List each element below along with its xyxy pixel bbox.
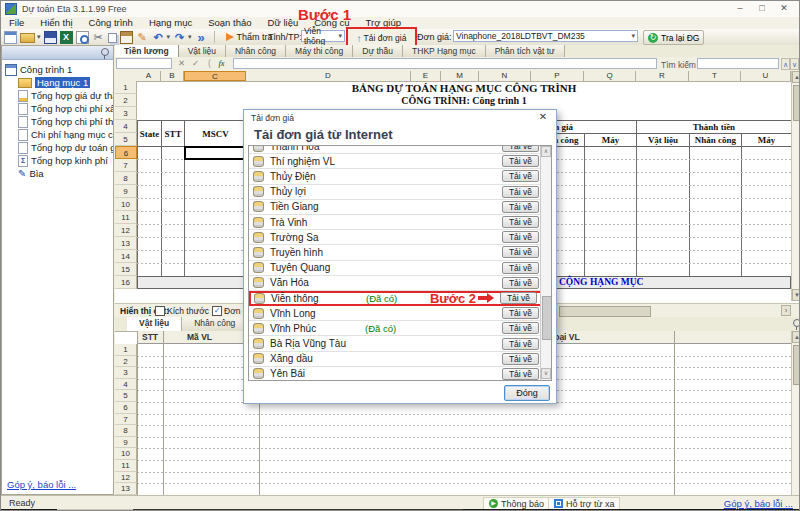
material-row-header-7[interactable]: 7 — [115, 414, 137, 426]
format-brush-icon[interactable]: ✎ — [136, 31, 149, 44]
selected-cell[interactable] — [184, 146, 246, 160]
download-button[interactable]: Tải về — [502, 338, 539, 350]
province-row[interactable]: Trà VinhTải về — [249, 215, 542, 230]
open-folder-icon[interactable] — [20, 33, 35, 43]
province-row[interactable]: Truyền hìnhTải về — [249, 245, 542, 260]
province-row[interactable]: Xăng dầuTải về — [249, 352, 542, 367]
checkbox-don-gia[interactable]: ✓ — [212, 306, 222, 316]
download-button[interactable]: Tải về — [502, 307, 539, 319]
province-row[interactable]: Thủy ĐiệnTải về — [249, 169, 542, 184]
column-header-E[interactable]: E — [411, 71, 441, 81]
row-header-4[interactable]: 4 — [115, 120, 137, 133]
scroll-thumb[interactable] — [542, 296, 552, 340]
row-header-9[interactable]: 9 — [115, 185, 137, 198]
download-button[interactable]: Tải về — [502, 322, 539, 334]
scroll-up-icon[interactable]: ∧ — [541, 146, 551, 157]
material-row-header-11[interactable]: 11 — [115, 460, 137, 472]
scroll-thumb[interactable] — [793, 345, 800, 385]
material-tab-1[interactable]: Nhân công — [182, 317, 248, 331]
row-header-11[interactable]: 11 — [115, 211, 137, 224]
row-header-2[interactable]: 2 — [115, 94, 137, 107]
tree-item[interactable]: ✎Bìa — [2, 167, 113, 180]
material-row-header-5[interactable]: 5 — [115, 390, 137, 402]
copy-icon[interactable] — [108, 33, 117, 43]
material-row-header-4[interactable]: 4 — [115, 379, 137, 391]
material-row-header-9[interactable]: 9 — [115, 437, 137, 449]
province-row[interactable]: Trường SaTải về — [249, 230, 542, 245]
province-row[interactable]: Vĩnh LongTải về — [249, 306, 542, 321]
column-header-T[interactable]: T — [689, 71, 741, 81]
search-next-icon[interactable]: ∨ — [790, 58, 799, 70]
material-row-header-8[interactable]: 8 — [115, 425, 137, 437]
material-row-header-6[interactable]: 6 — [115, 402, 137, 414]
tree-item[interactable]: Tổng hợp dự toán gói thầu — [2, 141, 113, 154]
download-button[interactable]: Tải về — [502, 201, 539, 213]
print-preview-icon[interactable] — [76, 31, 89, 44]
scroll-thumb[interactable] — [793, 85, 800, 121]
sheet-tab-5[interactable]: THKP Hạng mục — [403, 45, 486, 57]
open-dropdown-icon[interactable]: ▾ — [37, 33, 41, 41]
province-row[interactable]: Tuyên QuangTải về — [249, 261, 542, 276]
material-row-header-2[interactable]: 2 — [115, 356, 137, 368]
material-row-header-12[interactable]: 12 — [115, 472, 137, 484]
download-button[interactable]: Tải về — [502, 146, 539, 152]
column-header-Q[interactable]: Q — [584, 71, 636, 81]
province-row[interactable]: Văn HóaTải về — [249, 276, 542, 291]
row-header-8[interactable]: 8 — [115, 172, 137, 185]
sheet-tab-3[interactable]: Máy thi công — [286, 45, 353, 57]
unit-price-select[interactable]: Vinaphone_2018LDTBVT_DM235▾ — [453, 30, 638, 42]
row-header-15[interactable]: 15 — [115, 263, 137, 276]
tree-item[interactable]: Tổng hợp chi phí thiết bị — [2, 115, 113, 128]
row-header-7[interactable]: 7 — [115, 159, 137, 172]
row-header-5[interactable]: 5 — [115, 133, 137, 146]
excel-export-icon[interactable]: X — [60, 31, 73, 44]
material-row-header-3[interactable]: 3 — [115, 367, 137, 379]
province-row[interactable]: Bà Rịa Vũng TàuTải về — [249, 336, 542, 351]
tree-item[interactable]: Chi phí hạng mục chung — [2, 128, 113, 141]
tree-item[interactable]: Tổng hợp chi phí xây dựng — [2, 102, 113, 115]
download-button[interactable]: Tải về — [500, 292, 537, 304]
material-row-header-13[interactable]: 13 — [115, 483, 137, 495]
download-button[interactable]: Tải về — [502, 155, 539, 167]
download-button[interactable]: Tải về — [502, 246, 539, 258]
requery-unit-price-button[interactable]: ↻ Tra lại ĐG — [643, 30, 704, 45]
row-header-3[interactable]: 3 — [115, 107, 137, 120]
material-row-header-10[interactable]: 10 — [115, 448, 137, 460]
download-button[interactable]: Tải về — [502, 231, 539, 243]
column-header-C[interactable]: C — [184, 71, 246, 81]
row-header-12[interactable]: 12 — [115, 224, 137, 237]
formula-input[interactable] — [233, 58, 657, 69]
undo-dropdown-icon[interactable]: ▾ — [167, 33, 171, 41]
province-row[interactable]: Tiền GiangTải về — [249, 200, 542, 215]
new-file-icon[interactable] — [4, 31, 17, 44]
download-button[interactable]: Tải về — [502, 277, 539, 289]
column-header-B[interactable]: B — [161, 71, 184, 81]
run-icon[interactable]: » — [195, 31, 208, 44]
tree-item[interactable]: Công trình 1 — [2, 63, 113, 76]
download-button[interactable]: Tải về — [502, 186, 539, 198]
row-header-16[interactable]: 16 — [115, 276, 137, 289]
column-header-A[interactable]: A — [137, 71, 161, 81]
sheet-tab-2[interactable]: Nhân công — [226, 45, 286, 57]
download-button[interactable]: Tải về — [502, 353, 539, 365]
tree-item[interactable]: Tổng hợp giá dự thầu — [2, 89, 113, 102]
download-button[interactable]: Tải về — [502, 368, 539, 380]
row-header-13[interactable]: 13 — [115, 237, 137, 250]
row-header-14[interactable]: 14 — [115, 250, 137, 263]
province-row[interactable]: Yên BáiTải về — [249, 367, 542, 380]
province-row[interactable]: Viễn thông(Đã có)Bước 2Tải về — [249, 291, 542, 306]
feedback-link[interactable]: Góp ý, báo lỗi ... — [7, 479, 76, 490]
checkbox-kich-thuoc[interactable] — [155, 306, 165, 316]
material-row-header-1[interactable]: 1 — [115, 344, 137, 356]
row-header-1[interactable]: 1 — [115, 81, 137, 94]
column-header-N[interactable]: N — [479, 71, 531, 81]
download-button[interactable]: Tải về — [502, 170, 539, 182]
menu-item-1[interactable]: Hiển thị — [32, 17, 80, 29]
hscroll-thumb[interactable] — [559, 306, 651, 317]
province-row[interactable]: Thí nghiệm VLTải về — [249, 154, 542, 169]
column-header-U[interactable]: U — [741, 71, 791, 81]
pin-icon[interactable] — [101, 48, 109, 56]
material-vscrollbar[interactable]: ▲ — [791, 331, 800, 495]
scroll-up-icon[interactable]: ▲ — [792, 331, 800, 343]
tree-item[interactable]: Hạng mục 1 — [2, 76, 113, 89]
